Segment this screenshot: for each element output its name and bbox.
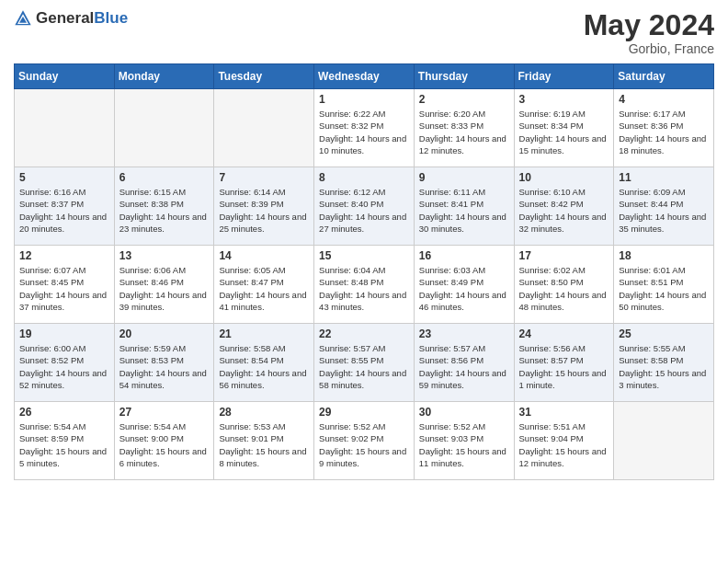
day-number: 17 [519, 249, 609, 262]
day-info: Sunrise: 6:19 AMSunset: 8:34 PMDaylight:… [519, 108, 609, 156]
header-tuesday: Tuesday [214, 64, 314, 89]
day-info: Sunrise: 5:54 AMSunset: 8:59 PMDaylight:… [19, 420, 109, 469]
logo: GeneralBlue [14, 9, 128, 28]
day-info: Sunrise: 5:57 AMSunset: 8:56 PMDaylight:… [419, 342, 509, 391]
day-number: 31 [519, 406, 609, 419]
day-info: Sunrise: 5:57 AMSunset: 8:55 PMDaylight:… [319, 342, 409, 391]
calendar-cell: 16Sunrise: 6:03 AMSunset: 8:49 PMDayligh… [414, 246, 514, 324]
day-number: 18 [619, 249, 709, 262]
calendar-cell: 3Sunrise: 6:19 AMSunset: 8:34 PMDaylight… [514, 89, 614, 167]
calendar-cell: 28Sunrise: 5:53 AMSunset: 9:01 PMDayligh… [214, 402, 314, 480]
day-number: 2 [419, 93, 509, 106]
calendar-table: Sunday Monday Tuesday Wednesday Thursday… [14, 63, 714, 480]
calendar-cell: 17Sunrise: 6:02 AMSunset: 8:50 PMDayligh… [514, 246, 614, 324]
day-number: 15 [319, 249, 409, 262]
calendar-cell: 2Sunrise: 6:20 AMSunset: 8:33 PMDaylight… [414, 89, 514, 167]
logo-icon [14, 9, 32, 28]
calendar-cell: 9Sunrise: 6:11 AMSunset: 8:41 PMDaylight… [414, 167, 514, 246]
calendar-cell: 5Sunrise: 6:16 AMSunset: 8:37 PMDaylight… [15, 167, 115, 246]
day-info: Sunrise: 6:07 AMSunset: 8:45 PMDaylight:… [19, 264, 109, 313]
day-number: 9 [419, 171, 509, 184]
calendar-cell [214, 89, 314, 167]
day-info: Sunrise: 6:22 AMSunset: 8:32 PMDaylight:… [319, 108, 409, 156]
day-number: 12 [19, 249, 109, 262]
day-number: 23 [419, 327, 509, 340]
page: GeneralBlue May 2024 Gorbio, France Sund… [0, 0, 728, 563]
day-number: 4 [619, 93, 709, 106]
day-info: Sunrise: 5:53 AMSunset: 9:01 PMDaylight:… [219, 420, 309, 469]
calendar-cell: 11Sunrise: 6:09 AMSunset: 8:44 PMDayligh… [614, 167, 714, 246]
calendar-cell: 8Sunrise: 6:12 AMSunset: 8:40 PMDaylight… [314, 167, 415, 246]
calendar-cell: 26Sunrise: 5:54 AMSunset: 8:59 PMDayligh… [15, 402, 115, 480]
calendar-cell [614, 402, 714, 480]
day-info: Sunrise: 5:55 AMSunset: 8:58 PMDaylight:… [619, 342, 709, 391]
calendar-cell: 18Sunrise: 6:01 AMSunset: 8:51 PMDayligh… [614, 246, 714, 324]
day-info: Sunrise: 6:09 AMSunset: 8:44 PMDaylight:… [619, 186, 709, 235]
day-info: Sunrise: 6:14 AMSunset: 8:39 PMDaylight:… [219, 186, 309, 235]
calendar-cell: 27Sunrise: 5:54 AMSunset: 9:00 PMDayligh… [114, 402, 214, 480]
calendar-cell: 14Sunrise: 6:05 AMSunset: 8:47 PMDayligh… [214, 246, 314, 324]
calendar-cell: 12Sunrise: 6:07 AMSunset: 8:45 PMDayligh… [15, 246, 115, 324]
calendar-cell: 24Sunrise: 5:56 AMSunset: 8:57 PMDayligh… [514, 324, 614, 402]
calendar-cell: 23Sunrise: 5:57 AMSunset: 8:56 PMDayligh… [414, 324, 514, 402]
header-friday: Friday [514, 64, 614, 89]
calendar-cell: 4Sunrise: 6:17 AMSunset: 8:36 PMDaylight… [614, 89, 714, 167]
day-info: Sunrise: 6:02 AMSunset: 8:50 PMDaylight:… [519, 264, 609, 313]
day-number: 27 [119, 406, 210, 419]
calendar-cell: 7Sunrise: 6:14 AMSunset: 8:39 PMDaylight… [214, 167, 314, 246]
day-info: Sunrise: 6:04 AMSunset: 8:48 PMDaylight:… [319, 264, 409, 313]
day-info: Sunrise: 5:52 AMSunset: 9:03 PMDaylight:… [419, 420, 509, 469]
calendar-week-row: 5Sunrise: 6:16 AMSunset: 8:37 PMDaylight… [15, 167, 714, 246]
day-info: Sunrise: 6:01 AMSunset: 8:51 PMDaylight:… [619, 264, 709, 313]
calendar-cell: 20Sunrise: 5:59 AMSunset: 8:53 PMDayligh… [114, 324, 214, 402]
day-number: 6 [119, 171, 210, 184]
day-number: 25 [619, 327, 709, 340]
day-number: 28 [219, 406, 309, 419]
header-thursday: Thursday [414, 64, 514, 89]
header-monday: Monday [114, 64, 214, 89]
title-block: May 2024 Gorbio, France [584, 9, 714, 56]
day-number: 24 [519, 327, 609, 340]
calendar-cell [114, 89, 214, 167]
day-info: Sunrise: 6:11 AMSunset: 8:41 PMDaylight:… [419, 186, 509, 235]
day-info: Sunrise: 6:03 AMSunset: 8:49 PMDaylight:… [419, 264, 509, 313]
calendar-cell: 19Sunrise: 6:00 AMSunset: 8:52 PMDayligh… [15, 324, 115, 402]
calendar-cell: 29Sunrise: 5:52 AMSunset: 9:02 PMDayligh… [314, 402, 415, 480]
day-header-row: Sunday Monday Tuesday Wednesday Thursday… [15, 64, 714, 89]
location: Gorbio, France [584, 41, 714, 56]
day-info: Sunrise: 6:12 AMSunset: 8:40 PMDaylight:… [319, 186, 409, 235]
day-number: 21 [219, 327, 309, 340]
header-saturday: Saturday [614, 64, 714, 89]
logo-text: GeneralBlue [36, 9, 128, 28]
logo-general: General [36, 9, 94, 27]
calendar-cell: 22Sunrise: 5:57 AMSunset: 8:55 PMDayligh… [314, 324, 415, 402]
day-number: 30 [419, 406, 509, 419]
day-info: Sunrise: 6:15 AMSunset: 8:38 PMDaylight:… [119, 186, 210, 235]
day-number: 14 [219, 249, 309, 262]
day-info: Sunrise: 5:59 AMSunset: 8:53 PMDaylight:… [119, 342, 210, 391]
day-number: 22 [319, 327, 409, 340]
day-number: 20 [119, 327, 210, 340]
day-number: 29 [319, 406, 409, 419]
day-info: Sunrise: 5:56 AMSunset: 8:57 PMDaylight:… [519, 342, 609, 391]
day-number: 10 [519, 171, 609, 184]
calendar-week-row: 1Sunrise: 6:22 AMSunset: 8:32 PMDaylight… [15, 89, 714, 167]
calendar-week-row: 12Sunrise: 6:07 AMSunset: 8:45 PMDayligh… [15, 246, 714, 324]
calendar-cell: 25Sunrise: 5:55 AMSunset: 8:58 PMDayligh… [614, 324, 714, 402]
calendar-cell: 1Sunrise: 6:22 AMSunset: 8:32 PMDaylight… [314, 89, 415, 167]
header-sunday: Sunday [15, 64, 115, 89]
day-number: 8 [319, 171, 409, 184]
calendar-cell: 15Sunrise: 6:04 AMSunset: 8:48 PMDayligh… [314, 246, 415, 324]
day-info: Sunrise: 5:52 AMSunset: 9:02 PMDaylight:… [319, 420, 409, 469]
calendar-cell: 21Sunrise: 5:58 AMSunset: 8:54 PMDayligh… [214, 324, 314, 402]
day-number: 11 [619, 171, 709, 184]
calendar-cell: 6Sunrise: 6:15 AMSunset: 8:38 PMDaylight… [114, 167, 214, 246]
day-info: Sunrise: 6:06 AMSunset: 8:46 PMDaylight:… [119, 264, 210, 313]
day-number: 1 [319, 93, 409, 106]
day-number: 16 [419, 249, 509, 262]
day-info: Sunrise: 5:58 AMSunset: 8:54 PMDaylight:… [219, 342, 309, 391]
header: GeneralBlue May 2024 Gorbio, France [14, 9, 714, 56]
logo-blue: Blue [94, 9, 128, 27]
day-info: Sunrise: 5:51 AMSunset: 9:04 PMDaylight:… [519, 420, 609, 469]
day-number: 7 [219, 171, 309, 184]
